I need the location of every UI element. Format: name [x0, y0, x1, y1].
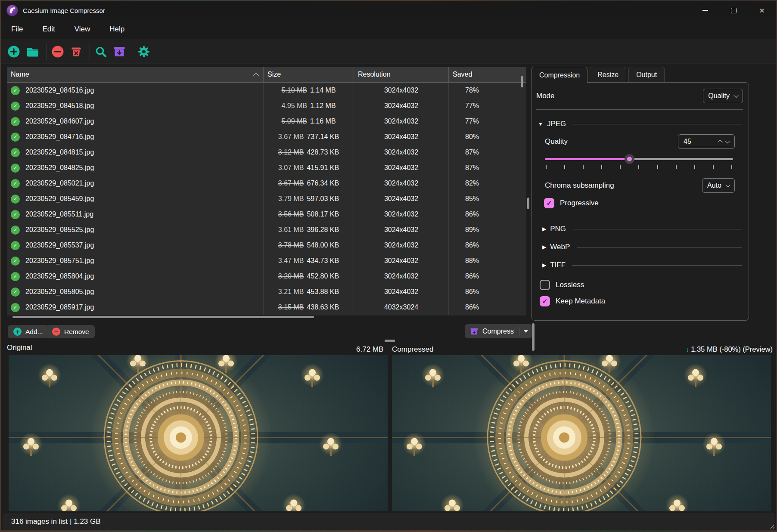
- add-folder-button[interactable]: [26, 45, 40, 58]
- table-row[interactable]: ✓ 20230529_084518.jpg 4.95 MB 1.12 MB 30…: [7, 98, 526, 114]
- column-header-size[interactable]: Size: [264, 67, 354, 82]
- spin-up-icon[interactable]: [718, 140, 722, 145]
- table-row[interactable]: ✓ 20230529_085804.jpg 3.20 MB 452.80 KB …: [7, 269, 526, 284]
- webp-expand-icon: ▶: [542, 244, 546, 250]
- panel-splitter-handle[interactable]: [527, 198, 529, 209]
- remove-button[interactable]: − Remove: [47, 325, 95, 338]
- table-vertical-scrollbar[interactable]: [521, 76, 523, 87]
- file-saved: 86%: [449, 238, 526, 253]
- quality-spinbox[interactable]: 45: [678, 134, 735, 149]
- file-original-size: 3.07 MB: [278, 164, 304, 172]
- table-row[interactable]: ✓ 20230529_084516.jpg 5.10 MB 1.14 MB 30…: [7, 83, 526, 98]
- table-row[interactable]: ✓ 20230529_085511.jpg 3.56 MB 508.17 KB …: [7, 207, 526, 222]
- file-original-size: 5.10 MB: [281, 87, 307, 94]
- file-original-size: 5.09 MB: [281, 118, 307, 125]
- close-button[interactable]: ✕: [748, 1, 776, 19]
- file-new-size: 453.88 KB: [307, 288, 339, 296]
- menu-view[interactable]: View: [75, 25, 90, 34]
- table-row[interactable]: ✓ 20230529_085459.jpg 3.79 MB 597.03 KB …: [7, 191, 526, 207]
- add-files-button[interactable]: [7, 45, 20, 58]
- table-row[interactable]: ✓ 20230529_085805.jpg 3.21 MB 453.88 KB …: [7, 284, 526, 300]
- column-header-name[interactable]: Name: [7, 67, 264, 82]
- remove-file-button[interactable]: [51, 45, 64, 58]
- file-resolution: 3024x4032: [354, 207, 449, 222]
- file-new-size: 1.12 MB: [310, 102, 336, 110]
- toolbar-separator: [90, 43, 90, 60]
- file-saved: 86%: [449, 284, 526, 300]
- file-resolution: 3024x4032: [354, 114, 449, 129]
- jpeg-section-header[interactable]: JPEG: [547, 120, 566, 128]
- sort-ascending-icon: [253, 73, 259, 78]
- file-new-size: 737.14 KB: [307, 133, 339, 141]
- file-saved: 87%: [449, 160, 526, 176]
- status-check-icon: ✓: [11, 288, 20, 297]
- settings-icon: [137, 45, 150, 58]
- table-row[interactable]: ✓ 20230529_085917.jpg 3.15 MB 438.63 KB …: [7, 300, 526, 315]
- mode-dropdown[interactable]: Quality: [703, 89, 743, 103]
- file-original-size: 4.95 MB: [281, 102, 307, 110]
- compression-panel: Mode Quality ▼ JPEG Quality 45: [531, 82, 749, 321]
- quality-slider-handle[interactable]: [625, 154, 634, 164]
- chroma-subsampling-dropdown[interactable]: Auto: [702, 178, 735, 193]
- menu-file[interactable]: File: [11, 25, 23, 34]
- minimize-button[interactable]: [691, 1, 719, 19]
- preview-button[interactable]: [94, 45, 107, 58]
- spinbox-underline: [682, 146, 730, 147]
- lossless-checkbox[interactable]: ✓: [540, 280, 550, 290]
- file-new-size: 452.80 KB: [307, 272, 339, 280]
- mode-label: Mode: [536, 92, 555, 100]
- resize-grip[interactable]: [769, 523, 775, 529]
- table-row[interactable]: ✓ 20230529_085751.jpg 3.47 MB 434.73 KB …: [7, 253, 526, 269]
- table-row[interactable]: ✓ 20230529_084815.jpg 3.12 MB 428.73 KB …: [7, 145, 526, 160]
- file-original-size: 3.56 MB: [278, 210, 304, 218]
- file-saved: 80%: [449, 129, 526, 145]
- savings-text: 1.35 MB (-80%) (Preview): [691, 345, 773, 353]
- file-new-size: 396.28 KB: [307, 226, 339, 234]
- file-resolution: 3024x4032: [354, 145, 449, 160]
- webp-section-header[interactable]: WebP: [550, 243, 570, 251]
- quality-slider[interactable]: [545, 154, 733, 164]
- tab-compression[interactable]: Compression: [531, 67, 587, 83]
- clear-list-button[interactable]: [70, 45, 83, 58]
- compress-options-arrow[interactable]: [519, 324, 532, 338]
- preview-splitter-handle[interactable]: [385, 340, 395, 342]
- column-header-resolution-label: Resolution: [358, 71, 391, 78]
- file-name: 20230529_085525.jpg: [25, 226, 94, 234]
- table-row[interactable]: ✓ 20230529_085021.jpg 3.67 MB 676.34 KB …: [7, 176, 526, 191]
- table-row[interactable]: ✓ 20230529_084716.jpg 3.67 MB 737.14 KB …: [7, 129, 526, 145]
- chevron-down-icon: [733, 93, 738, 98]
- maximize-button[interactable]: [719, 1, 748, 19]
- tab-resize[interactable]: Resize: [590, 67, 626, 82]
- title-bar: Caesium Image Compressor ✕: [1, 1, 776, 19]
- compress-button[interactable]: Compress: [465, 324, 532, 338]
- panel-scrollbar[interactable]: [532, 323, 535, 351]
- keep-metadata-checkbox[interactable]: ✓: [540, 296, 550, 306]
- file-saved: 82%: [449, 176, 526, 191]
- add-button-label: Add...: [25, 328, 43, 336]
- table-horizontal-scrollbar[interactable]: [12, 316, 314, 318]
- column-header-size-label: Size: [267, 71, 281, 78]
- column-header-saved[interactable]: Saved: [449, 67, 526, 82]
- table-row[interactable]: ✓ 20230529_085525.jpg 3.61 MB 396.28 KB …: [7, 222, 526, 238]
- table-row[interactable]: ✓ 20230529_084825.jpg 3.07 MB 415.91 KB …: [7, 160, 526, 176]
- tab-output[interactable]: Output: [628, 67, 665, 82]
- progressive-checkbox[interactable]: ✓: [544, 198, 554, 208]
- table-row[interactable]: ✓ 20230529_085537.jpg 3.78 MB 548.00 KB …: [7, 238, 526, 253]
- add-button[interactable]: + Add...: [8, 325, 49, 338]
- section-divider: [572, 265, 742, 266]
- close-icon: ✕: [759, 7, 765, 14]
- table-row[interactable]: ✓ 20230529_084607.jpg 5.09 MB 1.16 MB 30…: [7, 114, 526, 129]
- file-original-size: 3.67 MB: [278, 179, 304, 187]
- menu-edit[interactable]: Edit: [42, 25, 55, 34]
- compress-toolbar-button[interactable]: [113, 45, 126, 58]
- quality-value: 45: [684, 138, 691, 145]
- tiff-section-header[interactable]: TIFF: [550, 261, 566, 269]
- settings-button[interactable]: [137, 45, 150, 58]
- png-section-header[interactable]: PNG: [550, 225, 566, 233]
- column-header-resolution[interactable]: Resolution: [354, 67, 449, 82]
- menu-help[interactable]: Help: [109, 25, 124, 34]
- file-name: 20230529_084815.jpg: [25, 148, 94, 156]
- original-preview-label: Original: [7, 343, 32, 352]
- add-files-icon: [7, 45, 20, 58]
- spin-down-icon[interactable]: [725, 139, 730, 143]
